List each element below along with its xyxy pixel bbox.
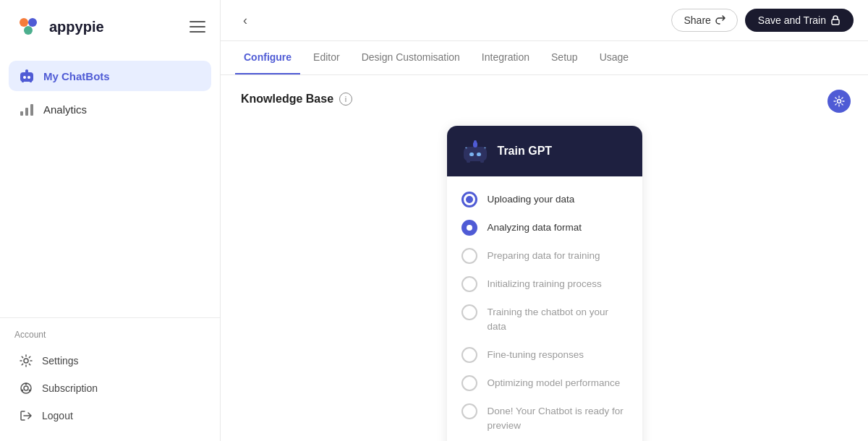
share-icon xyxy=(715,15,726,25)
svg-rect-8 xyxy=(22,80,24,82)
section-header: Knowledge Base i xyxy=(241,93,848,106)
svg-rect-22 xyxy=(469,153,474,156)
subscription-label: Subscription xyxy=(42,382,98,394)
step-label-initialize: Initializing training process xyxy=(488,275,602,291)
hamburger-menu[interactable] xyxy=(190,21,205,33)
svg-point-13 xyxy=(24,359,28,363)
tab-integration[interactable]: Integration xyxy=(473,41,538,74)
svg-rect-19 xyxy=(832,20,839,25)
svg-point-20 xyxy=(838,100,841,103)
train-step-analyze: Analyzing data format xyxy=(461,219,628,236)
svg-rect-11 xyxy=(25,108,28,116)
account-section: Account Settings Subscription xyxy=(0,317,220,441)
step-indicator-upload xyxy=(461,192,477,207)
step-indicator-prepare xyxy=(461,248,477,264)
subscription-item[interactable]: Subscription xyxy=(14,374,205,402)
train-card-header: Train GPT xyxy=(447,126,642,176)
sidebar-logo: appypie xyxy=(0,0,220,53)
train-step-done: Done! Your Chatbot is ready for preview xyxy=(461,403,628,434)
train-card-body: Uploading your data Analyzing data forma… xyxy=(447,176,642,441)
step-indicator-initialize xyxy=(461,276,477,292)
gear-icon xyxy=(833,95,845,107)
appypie-logo-icon xyxy=(14,13,42,40)
sidebar-item-my-chatbots[interactable]: My ChatBots xyxy=(9,61,211,91)
svg-rect-7 xyxy=(25,69,28,73)
sidebar-nav: My ChatBots Analytics xyxy=(0,53,220,317)
save-label: Save and Train xyxy=(758,14,826,26)
info-icon[interactable]: i xyxy=(339,93,352,106)
share-label: Share xyxy=(684,14,710,26)
svg-rect-26 xyxy=(467,160,470,163)
topbar: ‹ Share Save and Train xyxy=(221,0,868,41)
svg-point-17 xyxy=(29,390,31,392)
svg-rect-21 xyxy=(464,147,487,161)
tab-configure[interactable]: Configure xyxy=(235,41,300,74)
svg-rect-12 xyxy=(30,104,33,116)
tab-editor[interactable]: Editor xyxy=(305,41,349,74)
train-step-initialize: Initializing training process xyxy=(461,275,628,292)
section-title: Knowledge Base xyxy=(241,93,333,106)
share-button[interactable]: Share xyxy=(671,9,737,32)
tab-design[interactable]: Design Customisation xyxy=(353,41,469,74)
svg-point-3 xyxy=(24,26,33,35)
sidebar-item-label-chatbots: My ChatBots xyxy=(43,70,110,82)
train-step-optimize: Optimizing model performance xyxy=(461,374,628,391)
settings-circle-button[interactable] xyxy=(827,90,851,113)
step-label-train: Training the chatbot on your data xyxy=(488,304,628,335)
step-label-finetune: Fine-tuning responses xyxy=(488,346,584,362)
train-step-upload: Uploading your data xyxy=(461,191,628,207)
logout-item[interactable]: Logout xyxy=(14,402,205,429)
back-button[interactable]: ‹ xyxy=(235,10,255,30)
tabs-bar: Configure Editor Design Customisation In… xyxy=(221,41,868,75)
sidebar-item-label-analytics: Analytics xyxy=(43,103,87,116)
step-indicator-train xyxy=(461,304,477,320)
topbar-actions: Share Save and Train xyxy=(671,9,854,32)
svg-point-5 xyxy=(23,76,26,79)
settings-label: Settings xyxy=(42,355,79,367)
step-label-analyze: Analyzing data format xyxy=(488,219,582,235)
train-step-finetune: Fine-tuning responses xyxy=(461,346,628,363)
svg-point-1 xyxy=(20,18,28,27)
svg-point-6 xyxy=(27,76,30,79)
step-indicator-optimize xyxy=(461,375,477,391)
lock-icon xyxy=(830,15,841,25)
app-logo-text: appypie xyxy=(49,19,104,35)
step-indicator-done xyxy=(461,403,477,419)
train-card-title: Train GPT xyxy=(498,145,553,158)
svg-rect-10 xyxy=(20,111,23,116)
svg-point-18 xyxy=(21,390,23,392)
sidebar: appypie My ChatBots xyxy=(0,0,221,441)
settings-icon xyxy=(19,354,33,368)
train-step-prepare: Preparing data for training xyxy=(461,247,628,264)
train-bot-icon xyxy=(461,137,489,165)
tab-setup[interactable]: Setup xyxy=(542,41,587,74)
step-label-prepare: Preparing data for training xyxy=(488,247,600,263)
save-train-button[interactable]: Save and Train xyxy=(745,9,854,32)
subscription-icon xyxy=(19,381,33,395)
svg-point-2 xyxy=(28,18,37,27)
settings-item[interactable]: Settings xyxy=(14,347,205,374)
logout-icon xyxy=(19,408,33,423)
svg-rect-23 xyxy=(477,153,481,156)
step-indicator-finetune xyxy=(461,347,477,363)
svg-rect-9 xyxy=(30,80,32,82)
content-area: Knowledge Base i xyxy=(221,75,868,441)
train-step-train: Training the chatbot on your data xyxy=(461,304,628,335)
svg-point-16 xyxy=(25,383,27,385)
logout-label: Logout xyxy=(42,410,73,421)
step-label-done: Done! Your Chatbot is ready for preview xyxy=(488,403,628,434)
account-section-label: Account xyxy=(14,330,205,340)
main-content: ‹ Share Save and Train Configure Editor … xyxy=(221,0,868,441)
tab-usage[interactable]: Usage xyxy=(591,41,637,74)
analytics-icon xyxy=(19,101,35,117)
svg-point-25 xyxy=(474,140,477,143)
step-label-upload: Uploading your data xyxy=(488,191,575,207)
svg-rect-27 xyxy=(480,160,484,163)
train-gpt-card: Train GPT Uploading your data Analyzing … xyxy=(447,126,642,441)
chatbot-icon xyxy=(19,68,35,84)
sidebar-item-analytics[interactable]: Analytics xyxy=(9,94,211,124)
step-indicator-analyze xyxy=(461,220,477,236)
step-label-optimize: Optimizing model performance xyxy=(488,374,621,390)
svg-point-15 xyxy=(24,386,28,390)
